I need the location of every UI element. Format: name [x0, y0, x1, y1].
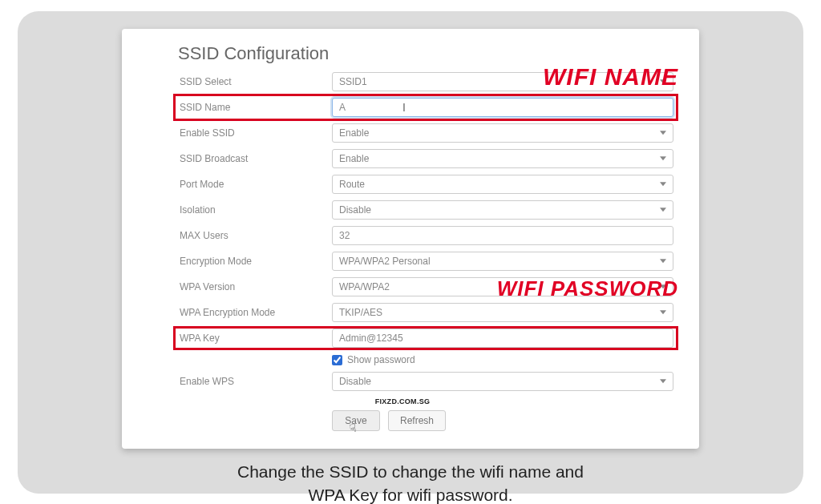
select-port-mode[interactable]: Route — [332, 175, 673, 194]
label-encryption-mode: Encryption Mode — [180, 256, 332, 267]
annotation-wifi-password: WIFI PASSWORD — [497, 276, 678, 301]
figure-caption: Change the SSID to change the wifi name … — [32, 460, 789, 504]
page-title: SSID Configuration — [178, 43, 673, 64]
select-enable-ssid[interactable]: Enable — [332, 123, 673, 143]
label-show-password: Show password — [347, 354, 415, 365]
annotation-wifi-name: WIFI NAME — [543, 63, 678, 91]
checkbox-show-password[interactable] — [332, 355, 342, 365]
router-config-panel: SSID Configuration SSID Select SSID1 WIF… — [122, 29, 699, 449]
refresh-button[interactable]: Refresh — [388, 410, 446, 431]
select-isolation[interactable]: Disable — [332, 200, 673, 220]
label-port-mode: Port Mode — [180, 179, 332, 190]
row-max-users: MAX Users — [180, 226, 673, 245]
row-enable-wps: Enable WPS Disable — [180, 372, 673, 391]
label-ssid-select: SSID Select — [180, 76, 332, 87]
label-ssid-name: SSID Name — [180, 102, 332, 113]
select-enable-wps[interactable]: Disable — [332, 372, 673, 391]
row-port-mode: Port Mode Route — [180, 175, 673, 194]
select-ssid-broadcast[interactable]: Enable — [332, 149, 673, 168]
label-wpa-key: WPA Key — [180, 333, 332, 344]
row-ssid-broadcast: SSID Broadcast Enable — [180, 149, 673, 168]
label-enable-wps: Enable WPS — [180, 376, 332, 387]
row-wpa-encryption-mode: WIFI PASSWORD WPA Encryption Mode TKIP/A… — [180, 303, 673, 322]
button-row: Save Refresh ☟ — [332, 410, 673, 431]
select-wpa-encryption-mode[interactable]: TKIP/AES — [332, 303, 673, 322]
watermark-text: FIXZD.COM.SG — [131, 397, 673, 405]
row-show-password: Show password — [332, 354, 673, 365]
row-ssid-name: WIFI NAME SSID Name I — [180, 98, 673, 117]
label-wpa-version: WPA Version — [180, 281, 332, 292]
select-encryption-mode[interactable]: WPA/WPA2 Personal — [332, 252, 673, 271]
label-wpa-encryption-mode: WPA Encryption Mode — [180, 307, 332, 318]
row-wpa-key: WPA Key — [180, 329, 673, 348]
row-isolation: Isolation Disable — [180, 200, 673, 220]
row-encryption-mode: Encryption Mode WPA/WPA2 Personal — [180, 252, 673, 271]
figure-card: SSID Configuration SSID Select SSID1 WIF… — [18, 11, 803, 494]
row-enable-ssid: Enable SSID Enable — [180, 123, 673, 143]
caption-line-1: Change the SSID to change the wifi name … — [237, 462, 584, 481]
label-enable-ssid: Enable SSID — [180, 127, 332, 139]
input-ssid-name[interactable] — [332, 98, 673, 117]
label-ssid-broadcast: SSID Broadcast — [180, 153, 332, 164]
input-max-users[interactable] — [332, 226, 673, 245]
input-wpa-key[interactable] — [332, 329, 673, 348]
label-max-users: MAX Users — [180, 230, 332, 241]
caption-line-2: WPA Key for wifi password. — [308, 486, 512, 504]
label-isolation: Isolation — [180, 204, 332, 216]
save-button[interactable]: Save — [332, 410, 380, 431]
